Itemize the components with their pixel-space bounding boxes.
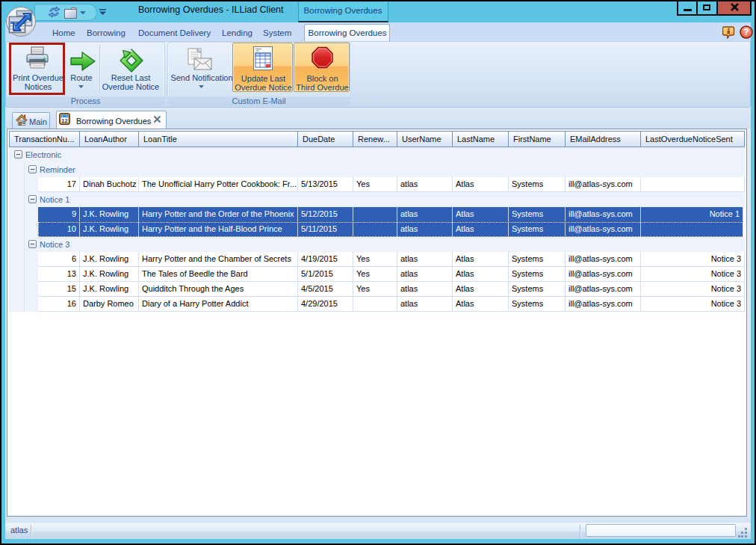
svg-text:12: 12 <box>61 117 67 124</box>
svg-text:?: ? <box>743 27 749 37</box>
